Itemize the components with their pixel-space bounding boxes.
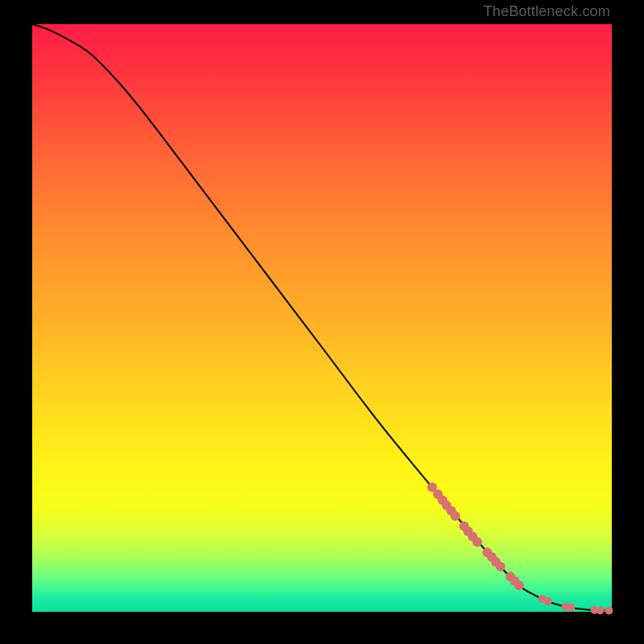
chart-frame: TheBottleneck.com: [0, 0, 644, 644]
curve-marker: [597, 606, 605, 614]
chart-svg: [32, 24, 612, 612]
curve-line: [32, 24, 612, 611]
curve-marker: [514, 580, 524, 590]
curve-marker: [568, 604, 576, 612]
plot-area: [32, 24, 612, 612]
curve-marker: [451, 511, 460, 521]
watermark-label: TheBottleneck.com: [484, 3, 610, 20]
curve-marker: [473, 537, 482, 547]
curve-markers: [427, 482, 613, 614]
curve-marker: [496, 562, 506, 572]
curve-marker: [605, 606, 613, 614]
curve-marker: [544, 597, 552, 605]
